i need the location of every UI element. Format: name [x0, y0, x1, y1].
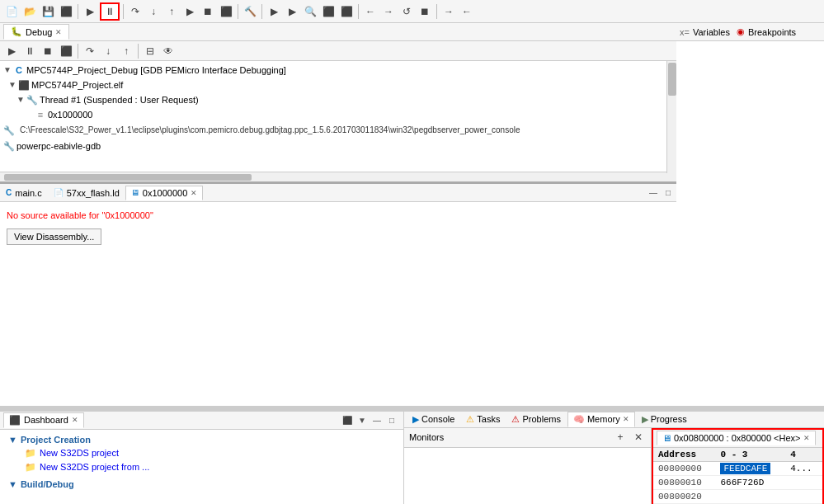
toolbar-btn-suspend[interactable]: ⏸	[100, 2, 120, 21]
editor-tab-close[interactable]: ✕	[191, 189, 197, 197]
toolbar-btn-resume[interactable]: ▶	[181, 3, 198, 20]
memory-val-1-1[interactable]	[785, 475, 822, 489]
toolbar-btn-run2[interactable]: ▶	[284, 3, 300, 20]
toolbar-btn-open[interactable]: 📂	[21, 3, 38, 20]
memory-row-0: 00800000 FEEDCAFE 4...	[653, 461, 822, 475]
memory-tab-close[interactable]: ✕	[623, 415, 629, 423]
tree-item-elf[interactable]: ▼ ⬛ MPC5744P_Project.elf	[0, 78, 665, 92]
tree-expand-thread[interactable]: ▼	[16, 96, 25, 104]
console-tab-bar: ▶ Console ⚠ Tasks ⚠ Problems 🧠 Memory	[404, 412, 824, 428]
debug-resume-btn[interactable]: ▶	[3, 43, 20, 59]
debug-stepover-btn[interactable]: ↷	[82, 43, 98, 59]
toolbar-btn-save[interactable]: 💾	[40, 3, 56, 20]
tree-item-path[interactable]: 🔧 C:\Freescale\S32_Power_v1.1\eclipse\pl…	[0, 122, 665, 139]
dashboard-tab-close[interactable]: ✕	[72, 416, 78, 424]
dashboard-minimize-btn[interactable]: —	[370, 413, 384, 426]
toolbar-btn-16[interactable]: ⬛	[338, 3, 355, 20]
dashboard-maximize-btn[interactable]: □	[385, 413, 398, 426]
variables-icon: x=	[680, 27, 690, 37]
toolbar-btn-step-into[interactable]: ↓	[145, 3, 162, 20]
toolbar-btn-4[interactable]: ⬛	[58, 3, 74, 20]
console-tab-console[interactable]: ▶ Console	[407, 412, 459, 426]
sidebar-section-project: ▼ Project Creation 📁 New S32DS project 📁…	[0, 431, 403, 476]
toolbar-btn-disconnect[interactable]: ⬛	[218, 3, 234, 20]
sidebar-category-header-project[interactable]: ▼ Project Creation	[5, 433, 398, 446]
memory-hex-tab-bar: 🖥 0x00800000 : 0x800000 <Hex> ✕	[653, 430, 822, 448]
debug-connect-btn[interactable]: ⬛	[58, 43, 74, 59]
console-tab-memory[interactable]: 🧠 Memory ✕	[567, 412, 635, 427]
memory-addr-0: 00800000	[653, 461, 715, 475]
memory-hex-tab[interactable]: 🖥 0x00800000 : 0x800000 <Hex> ✕	[657, 431, 816, 445]
variables-panel: x= Variables ◉ Breakpoints	[676, 23, 824, 406]
debug-h-scrollbar[interactable]	[0, 172, 676, 181]
console-tab-progress[interactable]: ▶ Progress	[637, 412, 692, 426]
toolbar-btn-next[interactable]: →	[440, 3, 457, 20]
debug-stepreturn-btn[interactable]: ↑	[118, 43, 134, 59]
toolbar-btn-search[interactable]: 🔍	[302, 3, 318, 20]
toolbar-btn-back[interactable]: ←	[362, 3, 379, 20]
memory-val-2-1[interactable]	[785, 489, 822, 503]
memory-val-2-0[interactable]	[715, 489, 785, 503]
editor-maximize-btn[interactable]: □	[662, 186, 675, 200]
debug-tab-close[interactable]: ✕	[55, 28, 62, 36]
breakpoints-tab[interactable]: ◉ Breakpoints	[737, 26, 796, 37]
tree-label-path: C:\Freescale\S32_Power_v1.1\eclipse\plug…	[16, 123, 524, 138]
sidebar-category-header-build[interactable]: ▼ Build/Debug	[5, 478, 398, 491]
console-tab-problems[interactable]: ⚠ Problems	[506, 412, 565, 426]
remove-monitor-btn[interactable]: ✕	[631, 430, 646, 445]
toolbar-btn-run[interactable]: ▶	[266, 3, 282, 20]
tree-item-eabi[interactable]: 🔧 powerpc-eabivle-gdb	[0, 139, 665, 153]
toolbar-btn-new[interactable]: 📄	[3, 3, 20, 20]
editor-tab-flash[interactable]: 📄 57xx_flash.ld	[48, 186, 125, 200]
tab-icon-flash: 📄	[54, 188, 64, 197]
sidebar-item-new-project[interactable]: 📁 New S32DS project	[5, 446, 398, 460]
toolbar-btn-build[interactable]: 🔨	[242, 3, 258, 20]
debug-stepinto-btn[interactable]: ↓	[100, 43, 116, 59]
variables-tab[interactable]: x= Variables	[680, 27, 730, 37]
toolbar-btn-debug-start[interactable]: ▶	[82, 3, 98, 20]
toolbar-btn-refresh[interactable]: ↺	[398, 3, 415, 20]
toolbar-btn-stop2[interactable]: ⏹	[417, 3, 433, 20]
debug-tab[interactable]: 🐛 Debug ✕	[3, 24, 69, 40]
debug-h-scrollbar-thumb[interactable]	[4, 174, 252, 181]
view-disassembly-button[interactable]: View Disassembly...	[7, 228, 101, 245]
debug-view-btn[interactable]: 👁	[160, 43, 177, 59]
tree-item-address[interactable]: ≡ 0x1000000	[0, 107, 665, 122]
toolbar-btn-prev[interactable]: ←	[459, 3, 475, 20]
toolbar-btn-terminate[interactable]: ⏹	[200, 3, 216, 20]
memory-col-0-3: 0 - 3	[715, 448, 785, 462]
toolbar-btn-step-over[interactable]: ↷	[127, 3, 144, 20]
debug-terminate-btn[interactable]: ⏹	[40, 43, 56, 59]
memory-val-0-0[interactable]: FEEDCAFE	[715, 461, 785, 475]
editor-tab-mainc[interactable]: C main.c	[0, 186, 48, 200]
debug-collapse-btn[interactable]: ⊟	[142, 43, 158, 59]
debug-scrollbar-thumb[interactable]	[668, 63, 676, 96]
sidebar-item-new-project-from[interactable]: 📁 New S32DS project from ...	[5, 460, 398, 474]
toolbar-btn-fwd[interactable]: →	[380, 3, 397, 20]
add-monitor-btn[interactable]: +	[613, 430, 628, 445]
toolbar-btn-step-return[interactable]: ↑	[163, 3, 180, 20]
debug-h-scrollbar-track[interactable]	[0, 173, 676, 181]
dashboard-icon-btn-1[interactable]: ⬛	[341, 413, 354, 426]
tree-expand-elf[interactable]: ▼	[8, 81, 16, 89]
editor-tab-controls: — □	[647, 186, 676, 200]
memory-hex-tab-close[interactable]: ✕	[803, 434, 810, 442]
debug-suspend-btn[interactable]: ⏸	[21, 43, 38, 59]
toolbar-btn-15[interactable]: ⬛	[320, 3, 337, 20]
tree-item-thread[interactable]: ▼ 🔧 Thread #1 (Suspended : User Request)	[0, 92, 665, 107]
source-editor-panel: C main.c 📄 57xx_flash.ld 🖥 0x1000000 ✕	[0, 184, 676, 406]
tree-expand-root[interactable]: ▼	[3, 66, 12, 74]
memory-table-area: Address 0 - 3 4 00800000	[653, 448, 822, 504]
tree-item-root[interactable]: ▼ C MPC5744P_Project_Debug [GDB PEMicro …	[0, 63, 665, 78]
editor-minimize-btn[interactable]: —	[647, 186, 660, 200]
dashboard-tab[interactable]: ⬛ Dashboard ✕	[3, 412, 84, 428]
memory-cell-highlight[interactable]: FEEDCAFE	[720, 463, 770, 474]
sidebar-item-label-new-project: New S32DS project	[40, 448, 119, 458]
editor-tab-addr[interactable]: 🖥 0x1000000 ✕	[125, 186, 203, 200]
console-tab-tasks[interactable]: ⚠ Tasks	[461, 412, 505, 426]
memory-val-0-1[interactable]: 4...	[785, 461, 822, 475]
memory-val-1-0[interactable]: 666F726D	[715, 475, 785, 489]
new-project-from-icon: 📁	[25, 462, 36, 473]
dashboard-down-btn[interactable]: ▼	[355, 413, 369, 426]
debug-v-scrollbar[interactable]	[666, 61, 676, 181]
